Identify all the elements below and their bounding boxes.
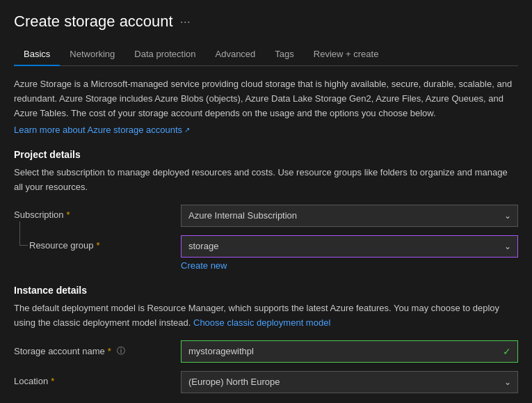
external-link-icon: ↗ (184, 126, 190, 134)
tab-networking[interactable]: Networking (60, 43, 124, 66)
resource-group-label: Resource group * (14, 235, 181, 251)
project-details-header: Project details (14, 149, 518, 160)
storage-account-name-input[interactable] (181, 340, 518, 363)
learn-more-link[interactable]: Learn more about Azure storage accounts … (14, 125, 190, 135)
project-details-description: Select the subscription to manage deploy… (14, 166, 518, 195)
instance-details-desc-wrap: The default deployment model is Resource… (14, 301, 518, 331)
storage-account-name-row: Storage account name * ⓘ ✓ (14, 340, 518, 363)
subscription-dropdown-wrap: Azure Internal Subscription ⌄ (181, 205, 518, 227)
tabs-bar: Basics Networking Data protection Advanc… (14, 43, 518, 66)
tab-basics[interactable]: Basics (14, 43, 60, 66)
resource-group-control: storage ⌄ Create new (181, 235, 518, 271)
storage-account-name-label: Storage account name * ⓘ (14, 340, 181, 357)
storage-name-info-icon[interactable]: ⓘ (117, 345, 125, 357)
subscription-control: Azure Internal Subscription ⌄ (181, 205, 518, 227)
resource-group-dropdown[interactable]: storage (181, 235, 518, 258)
storage-account-name-control: ✓ (181, 340, 518, 363)
create-new-link[interactable]: Create new (181, 260, 227, 271)
subscription-required-star: * (67, 210, 70, 220)
tab-advanced[interactable]: Advanced (206, 43, 266, 66)
storage-account-name-input-wrap: ✓ (181, 340, 518, 363)
choose-classic-link[interactable]: Choose classic deployment model (193, 317, 330, 328)
location-label: Location * (14, 371, 181, 386)
tab-data-protection[interactable]: Data protection (124, 43, 205, 66)
location-dropdown-wrap: (Europe) North Europe ⌄ (181, 371, 518, 393)
location-dropdown[interactable]: (Europe) North Europe (181, 371, 518, 393)
subscription-label: Subscription * (14, 205, 181, 220)
page-container: Create storage account ··· Basics Networ… (0, 0, 532, 403)
resource-group-row: Resource group * storage ⌄ Create new (14, 235, 518, 271)
subscription-dropdown[interactable]: Azure Internal Subscription (181, 205, 518, 227)
resource-group-required-star: * (97, 240, 100, 251)
storage-name-required-star: * (108, 346, 111, 356)
title-row: Create storage account ··· (14, 13, 518, 31)
subscription-row: Subscription * Azure Internal Subscripti… (14, 205, 518, 227)
tab-review-create[interactable]: Review + create (304, 43, 389, 66)
location-row: Location * (Europe) North Europe ⌄ (14, 371, 518, 393)
page-title: Create storage account (14, 13, 173, 31)
ellipsis-menu-icon[interactable]: ··· (180, 15, 191, 29)
storage-name-check-icon: ✓ (503, 346, 511, 357)
main-description: Azure Storage is a Microsoft-managed ser… (14, 77, 518, 120)
instance-details-header: Instance details (14, 285, 518, 296)
location-control: (Europe) North Europe ⌄ (181, 371, 518, 393)
resource-group-dropdown-wrap: storage ⌄ (181, 235, 518, 258)
tab-tags[interactable]: Tags (265, 43, 303, 66)
location-required-star: * (51, 376, 54, 386)
